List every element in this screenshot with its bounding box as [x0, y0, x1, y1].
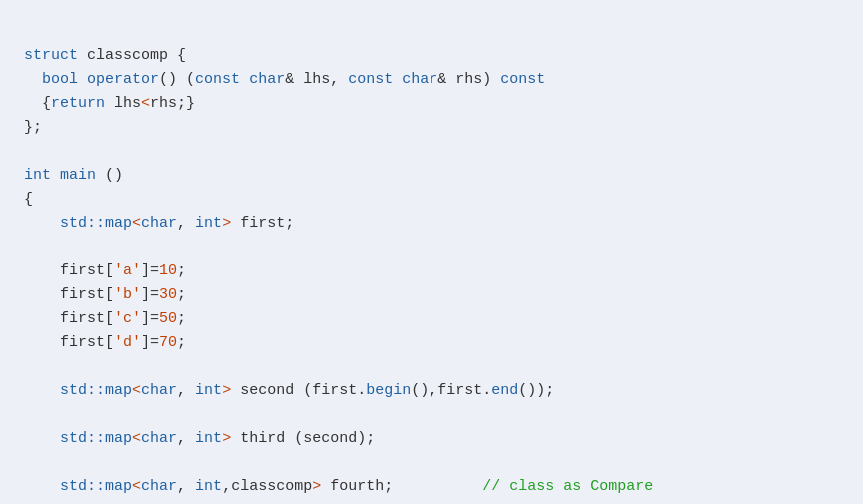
- line-1: struct classcomp { bool operator() (cons…: [24, 47, 653, 504]
- code-editor: struct classcomp { bool operator() (cons…: [24, 20, 839, 504]
